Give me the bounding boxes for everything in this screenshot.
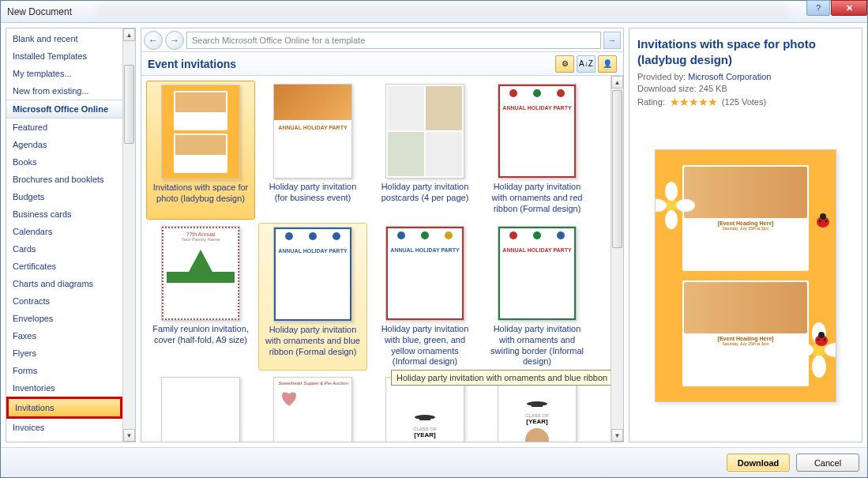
sidebar-item-brochures-and-booklets[interactable]: Brochures and booklets	[6, 171, 122, 188]
sidebar-item-inventories[interactable]: Inventories	[6, 379, 122, 397]
sidebar-item-agendas[interactable]: Agendas	[6, 136, 122, 153]
template-tile[interactable]: ANNUAL HOLIDAY PARTYHoliday party invita…	[370, 223, 479, 371]
template-thumbnail	[385, 84, 464, 179]
svg-point-4	[665, 199, 678, 212]
category-list[interactable]: Blank and recentInstalled TemplatesMy te…	[6, 28, 122, 442]
template-label: Holiday party invitation with ornaments …	[262, 325, 363, 358]
template-thumbnail: ANNUAL HOLIDAY PARTY	[385, 226, 464, 321]
scroll-down-icon[interactable]: ▼	[611, 429, 623, 442]
sidebar-item-envelopes[interactable]: Envelopes	[6, 310, 122, 327]
svg-point-8	[676, 199, 695, 212]
template-thumbnail: ANNUAL HOLIDAY PARTY	[498, 84, 577, 179]
template-tile[interactable]: ANNUAL HOLIDAY PARTYHoliday party invita…	[483, 81, 592, 220]
template-tile[interactable]: ??th AnnualYour Family NameFamily reunio…	[146, 223, 255, 371]
svg-point-7	[655, 199, 667, 212]
categories-sidebar: Blank and recentInstalled TemplatesMy te…	[6, 28, 136, 442]
back-button[interactable]: ←	[144, 31, 163, 50]
sidebar-item-my-templates[interactable]: My templates...	[6, 65, 122, 82]
sidebar-item-calendars[interactable]: Calendars	[6, 223, 122, 240]
sidebar-item-budgets[interactable]: Budgets	[6, 188, 122, 205]
search-toolbar: ← → Search Microsoft Office Online for a…	[141, 28, 623, 52]
scroll-thumb[interactable]	[612, 90, 622, 248]
template-label: Holiday party invitation with blue, gree…	[374, 324, 476, 367]
preview-panel: Invitations with space for photo (ladybu…	[629, 28, 862, 442]
svg-point-15	[820, 213, 826, 220]
dialog-footer: Download Cancel	[1, 447, 867, 477]
svg-point-19	[818, 332, 825, 338]
scroll-up-icon[interactable]: ▲	[611, 76, 623, 88]
sidebar-item-flyers[interactable]: Flyers	[6, 344, 122, 362]
template-tile[interactable]: ANNUAL HOLIDAY PARTYHoliday party invita…	[258, 223, 367, 371]
new-document-dialog: New Document ? ✕ Blank and recentInstall…	[0, 0, 868, 478]
card-detail: Saturday, July 25th at 3pm	[684, 341, 807, 346]
sidebar-item-featured[interactable]: Featured	[6, 119, 122, 136]
svg-point-6	[665, 210, 678, 229]
sidebar-item-invitations[interactable]: Invitations	[6, 397, 122, 419]
sidebar-item-blank-and-recent[interactable]: Blank and recent	[6, 30, 122, 47]
card-heading: [Event Heading Here]	[684, 336, 807, 341]
close-button[interactable]: ✕	[831, 0, 867, 16]
category-header: Event invitations ⚙ A↓Z 👤	[141, 52, 623, 76]
scroll-down-icon[interactable]: ▼	[123, 429, 135, 442]
scroll-track[interactable]	[611, 88, 623, 429]
sidebar-scrollbar[interactable]: ▲ ▼	[122, 28, 135, 442]
scroll-up-icon[interactable]: ▲	[123, 28, 135, 41]
sidebar-item-installed-templates[interactable]: Installed Templates	[6, 47, 122, 65]
sidebar-item-certificates[interactable]: Certificates	[6, 258, 122, 275]
template-label: Holiday party invitation with ornaments …	[486, 182, 588, 215]
ladybug-icon	[814, 332, 829, 348]
sidebar-item-cards[interactable]: Cards	[6, 240, 122, 258]
sidebar-item-charts-and-diagrams[interactable]: Charts and diagrams	[6, 275, 122, 292]
sidebar-item-forms[interactable]: Forms	[6, 362, 122, 379]
template-thumbnail: join usjoin us	[161, 377, 240, 442]
sidebar-item-books[interactable]: Books	[6, 153, 122, 171]
template-thumbnail: Sweetheart Supper & Pie Auction	[273, 377, 352, 442]
user-templates-button[interactable]: 👤	[598, 55, 617, 73]
sort-button[interactable]: A↓Z	[577, 55, 596, 73]
template-label: Holiday party invitation with ornaments …	[486, 324, 588, 367]
background-blur	[96, 4, 788, 18]
sidebar-item-new-from-existing[interactable]: New from existing...	[6, 82, 122, 100]
window-title: New Document	[7, 6, 72, 17]
grid-wrap: Invitations with space for photo (ladybu…	[141, 76, 623, 442]
cancel-button[interactable]: Cancel	[796, 454, 859, 472]
sidebar-item-microsoft-office-online: Microsoft Office Online	[6, 100, 122, 119]
template-tile[interactable]: ANNUAL HOLIDAY PARTYHoliday party invita…	[258, 81, 367, 220]
grid-scrollbar[interactable]: ▲ ▼	[611, 76, 623, 442]
help-button[interactable]: ?	[806, 0, 830, 16]
search-input[interactable]: Search Microsoft Office Online for a tem…	[186, 32, 601, 49]
scroll-track[interactable]	[123, 41, 135, 429]
star-icon: ★★★★★	[670, 96, 717, 108]
rating-row: Rating: ★★★★★ (125 Votes)	[637, 96, 854, 108]
template-tile[interactable]: Holiday party invitation postcards (4 pe…	[370, 81, 479, 220]
template-tile[interactable]: Invitations with space for photo (ladybu…	[146, 81, 255, 220]
download-size-label: Download size:	[637, 84, 697, 93]
flower-icon	[655, 182, 695, 229]
sidebar-item-contracts[interactable]: Contracts	[6, 292, 122, 310]
svg-point-3	[527, 401, 547, 406]
svg-point-20	[817, 339, 820, 341]
svg-point-5	[665, 182, 678, 201]
sidebar-item-business-cards[interactable]: Business cards	[6, 205, 122, 223]
template-thumbnail: ANNUAL HOLIDAY PARTY	[498, 226, 577, 321]
download-button[interactable]: Download	[727, 454, 790, 472]
window-controls: ? ✕	[806, 0, 867, 16]
search-go-button[interactable]: →	[603, 32, 621, 49]
template-tile[interactable]: join usjoin us	[146, 374, 255, 442]
sidebar-item-invoices[interactable]: Invoices	[6, 419, 122, 436]
sidebar-item-faxes[interactable]: Faxes	[6, 327, 122, 344]
forward-button[interactable]: →	[165, 31, 184, 50]
template-thumbnail: CLASS OF[YEAR]	[385, 377, 464, 442]
card-detail: Saturday, July 25th at 3pm	[684, 226, 807, 231]
votes-count: (125 Votes)	[722, 97, 766, 107]
template-tile[interactable]: Sweetheart Supper & Pie Auction	[258, 374, 367, 442]
templates-grid[interactable]: Invitations with space for photo (ladybu…	[141, 76, 611, 442]
provider-link[interactable]: Microsoft Corporation	[688, 72, 771, 81]
template-label: Holiday party invitation (for business e…	[261, 182, 364, 215]
svg-point-16	[819, 220, 821, 223]
preview-title: Invitations with space for photo (ladybu…	[637, 36, 854, 67]
view-options-button[interactable]: ⚙	[555, 55, 574, 73]
template-tile[interactable]: ANNUAL HOLIDAY PARTYHoliday party invita…	[483, 223, 592, 371]
scroll-thumb[interactable]	[124, 65, 134, 144]
template-thumbnail: ??th AnnualYour Family Name	[161, 226, 240, 321]
